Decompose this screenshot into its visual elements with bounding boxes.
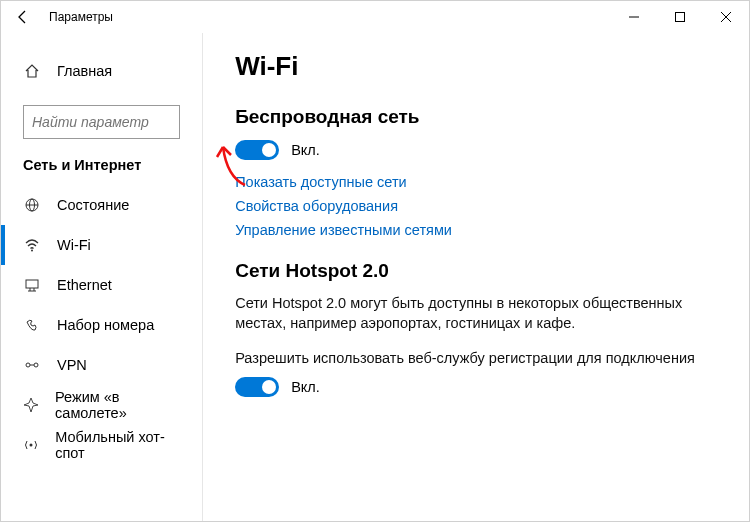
nav-label: VPN: [57, 357, 87, 373]
svg-point-14: [26, 363, 30, 367]
toggle-knob: [262, 380, 276, 394]
svg-point-15: [34, 363, 38, 367]
svg-point-9: [31, 250, 33, 252]
hotspot-icon: [23, 437, 39, 453]
nav-wifi[interactable]: Wi-Fi: [1, 225, 202, 265]
svg-rect-10: [26, 280, 38, 288]
minimize-button[interactable]: [611, 1, 657, 33]
link-show-networks[interactable]: Показать доступные сети: [235, 174, 719, 190]
nav-label: Состояние: [57, 197, 129, 213]
hotspot-toggle[interactable]: [235, 377, 279, 397]
nav-airplane[interactable]: Режим «в самолете»: [1, 385, 202, 425]
nav-ethernet[interactable]: Ethernet: [1, 265, 202, 305]
toggle-knob: [262, 143, 276, 157]
window-title: Параметры: [45, 10, 113, 24]
maximize-button[interactable]: [657, 1, 703, 33]
home-icon: [23, 63, 41, 79]
nav-status[interactable]: Состояние: [1, 185, 202, 225]
section-hotspot: Сети Hotspot 2.0: [235, 260, 719, 282]
airplane-icon: [23, 397, 39, 413]
page-title: Wi-Fi: [235, 51, 719, 82]
nav-dialup[interactable]: Набор номера: [1, 305, 202, 345]
section-wireless: Беспроводная сеть: [235, 106, 719, 128]
nav-vpn[interactable]: VPN: [1, 345, 202, 385]
nav-hotspot[interactable]: Мобильный хот-спот: [1, 425, 202, 465]
hotspot-description: Сети Hotspot 2.0 могут быть доступны в н…: [235, 294, 719, 333]
nav-label: Wi-Fi: [57, 237, 91, 253]
wifi-icon: [23, 237, 41, 253]
close-button[interactable]: [703, 1, 749, 33]
wifi-toggle[interactable]: [235, 140, 279, 160]
hotspot-allow-text: Разрешить использовать веб-службу регист…: [235, 349, 719, 369]
category-header: Сеть и Интернет: [1, 157, 202, 173]
link-known-networks[interactable]: Управление известными сетями: [235, 222, 719, 238]
nav-label: Ethernet: [57, 277, 112, 293]
sidebar: Главная Сеть и Интернет Состояние: [1, 33, 203, 521]
nav-label: Набор номера: [57, 317, 154, 333]
globe-icon: [23, 197, 41, 213]
nav-home[interactable]: Главная: [1, 51, 202, 91]
vpn-icon: [23, 357, 41, 373]
search-box[interactable]: [23, 105, 180, 139]
svg-point-17: [30, 444, 33, 447]
dialup-icon: [23, 317, 41, 333]
nav-label: Мобильный хот-спот: [55, 429, 180, 461]
ethernet-icon: [23, 277, 41, 293]
svg-rect-1: [676, 13, 685, 22]
nav-label: Режим «в самолете»: [55, 389, 180, 421]
back-button[interactable]: [1, 1, 45, 33]
search-input[interactable]: [32, 114, 203, 130]
main-content: Wi-Fi Беспроводная сеть Вкл. Показать до…: [203, 33, 749, 521]
hotspot-toggle-label: Вкл.: [291, 379, 320, 395]
titlebar: Параметры: [1, 1, 749, 33]
nav-home-label: Главная: [57, 63, 112, 79]
link-hardware-properties[interactable]: Свойства оборудования: [235, 198, 719, 214]
wifi-toggle-label: Вкл.: [291, 142, 320, 158]
